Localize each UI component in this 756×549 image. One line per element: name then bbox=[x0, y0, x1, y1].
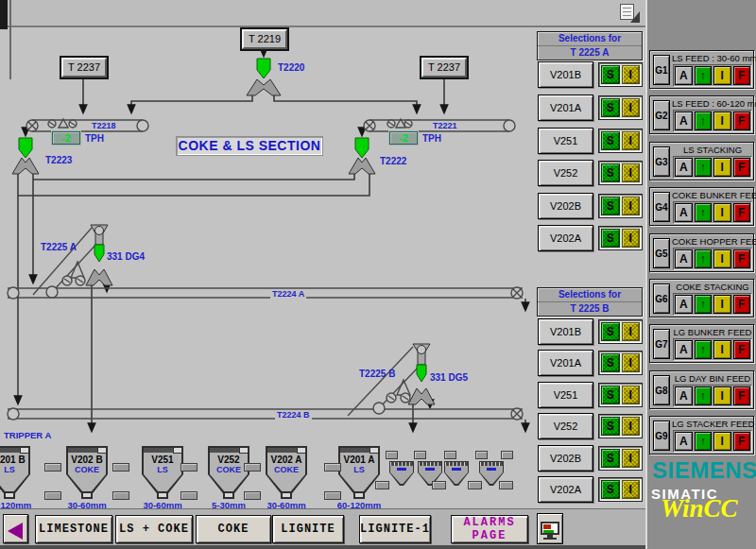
interlock-button[interactable]: I bbox=[622, 229, 641, 248]
start-arrow-button[interactable]: ↑ bbox=[695, 112, 713, 130]
interlock-button[interactable]: I bbox=[622, 197, 641, 215]
start-arrow-button[interactable]: ↑ bbox=[695, 158, 713, 177]
group-button-g9[interactable]: G9 bbox=[653, 420, 670, 451]
select-b-v201b[interactable]: V201B bbox=[538, 318, 593, 345]
start-button[interactable]: S bbox=[601, 163, 620, 182]
group-button-g4[interactable]: G4 bbox=[653, 192, 670, 222]
interlock-button[interactable]: I bbox=[622, 163, 641, 182]
start-arrow-button[interactable]: ↑ bbox=[695, 203, 713, 222]
auto-button[interactable]: A bbox=[675, 295, 693, 314]
group-buttons: A ↑ I F bbox=[673, 430, 752, 453]
interlock-button[interactable]: I bbox=[622, 131, 641, 150]
fault-button[interactable]: F bbox=[733, 340, 751, 359]
select-a-v201a[interactable]: V201A bbox=[538, 94, 593, 121]
nav-coke[interactable]: COKE bbox=[196, 515, 271, 543]
interlock-button[interactable]: I bbox=[622, 449, 641, 468]
select-a-v252[interactable]: V252 bbox=[538, 160, 593, 186]
select-b-v252[interactable]: V252 bbox=[538, 413, 593, 439]
select-b-v202a[interactable]: V202A bbox=[538, 476, 593, 503]
start-arrow-button[interactable]: ↑ bbox=[695, 386, 713, 405]
start-button[interactable]: S bbox=[601, 65, 620, 84]
auto-button[interactable]: A bbox=[675, 203, 693, 222]
label-331dg5: 331 DG5 bbox=[430, 372, 468, 383]
selections-b-header: Selections forT 2225 B bbox=[537, 287, 643, 317]
auto-button[interactable]: A bbox=[675, 249, 693, 268]
fault-button[interactable]: F bbox=[733, 203, 751, 222]
group-g3: G3 LS STACKING A ↑ I F bbox=[649, 142, 754, 180]
start-arrow-button[interactable]: ↑ bbox=[695, 432, 713, 451]
interlock-button[interactable]: I bbox=[713, 66, 731, 85]
start-button[interactable]: S bbox=[601, 386, 620, 404]
interlock-button[interactable]: I bbox=[713, 158, 731, 177]
fault-button[interactable]: F bbox=[733, 386, 751, 405]
fault-button[interactable]: F bbox=[733, 66, 751, 85]
start-button[interactable]: S bbox=[601, 98, 620, 117]
si-a-v202a: S I bbox=[598, 226, 643, 250]
gate bbox=[468, 481, 482, 489]
start-button[interactable]: S bbox=[601, 322, 620, 341]
start-button[interactable]: S bbox=[601, 229, 620, 248]
start-arrow-button[interactable]: ↑ bbox=[695, 340, 713, 359]
auto-button[interactable]: A bbox=[675, 386, 693, 405]
start-arrow-button[interactable]: ↑ bbox=[695, 295, 713, 314]
fault-button[interactable]: F bbox=[733, 249, 751, 268]
group-control-panel: G1 LS FEED : 30-60 mm A ↑ I F G2 LS FEED… bbox=[645, 0, 756, 549]
group-button-g7[interactable]: G7 bbox=[653, 329, 670, 359]
start-arrow-button[interactable]: ↑ bbox=[695, 66, 713, 85]
interlock-button[interactable]: I bbox=[622, 480, 641, 499]
start-button[interactable]: S bbox=[601, 197, 620, 215]
interlock-button[interactable]: I bbox=[622, 65, 641, 84]
auto-button[interactable]: A bbox=[675, 340, 693, 359]
select-a-v201b[interactable]: V201B bbox=[538, 61, 593, 88]
select-b-v202b[interactable]: V202B bbox=[538, 445, 593, 472]
group-button-g8[interactable]: G8 bbox=[653, 375, 670, 405]
select-a-v251[interactable]: V251 bbox=[538, 128, 593, 154]
auto-button[interactable]: A bbox=[675, 66, 693, 85]
back-arrow-icon bbox=[8, 523, 23, 540]
interlock-button[interactable]: I bbox=[713, 112, 731, 130]
group-button-g1[interactable]: G1 bbox=[653, 55, 670, 85]
select-a-v202b[interactable]: V202B bbox=[538, 193, 593, 219]
back-button[interactable] bbox=[3, 514, 28, 543]
start-button[interactable]: S bbox=[601, 417, 620, 436]
nav-lignite-1[interactable]: LIGNITE-1 bbox=[359, 515, 431, 543]
interlock-button[interactable]: I bbox=[622, 353, 641, 372]
monitor-button[interactable] bbox=[537, 513, 563, 544]
group-g9: G9 LG STACKER FEED A ↑ I F bbox=[649, 416, 754, 455]
nav-limestone[interactable]: LIMESTONE bbox=[35, 515, 112, 543]
auto-button[interactable]: A bbox=[675, 432, 693, 451]
nav-ls-coke[interactable]: LS + COKE bbox=[115, 515, 193, 543]
interlock-button[interactable]: I bbox=[622, 386, 641, 404]
nav-lignite[interactable]: LIGNITE bbox=[272, 515, 344, 543]
select-b-v251[interactable]: V251 bbox=[538, 382, 593, 408]
start-arrow-button[interactable]: ↑ bbox=[695, 249, 713, 268]
fault-button[interactable]: F bbox=[733, 112, 751, 130]
interlock-button[interactable]: I bbox=[713, 249, 731, 268]
group-button-g6[interactable]: G6 bbox=[653, 283, 670, 314]
interlock-button[interactable]: I bbox=[622, 322, 641, 341]
start-button[interactable]: S bbox=[601, 480, 620, 499]
interlock-button[interactable]: I bbox=[622, 417, 641, 436]
auto-button[interactable]: A bbox=[675, 158, 693, 177]
interlock-button[interactable]: I bbox=[713, 340, 731, 359]
interlock-button[interactable]: I bbox=[713, 203, 731, 222]
interlock-button[interactable]: I bbox=[713, 386, 731, 405]
select-a-v202a[interactable]: V202A bbox=[538, 225, 593, 251]
interlock-button[interactable]: I bbox=[713, 295, 731, 314]
fault-button[interactable]: F bbox=[733, 158, 751, 177]
start-button[interactable]: S bbox=[601, 353, 620, 372]
start-button[interactable]: S bbox=[601, 131, 620, 150]
interlock-button[interactable]: I bbox=[622, 98, 641, 117]
group-button-g2[interactable]: G2 bbox=[653, 100, 670, 130]
group-button-g5[interactable]: G5 bbox=[653, 238, 670, 268]
select-b-v201a[interactable]: V201A bbox=[538, 350, 593, 376]
interlock-button[interactable]: I bbox=[713, 432, 731, 451]
fault-button[interactable]: F bbox=[733, 295, 751, 314]
auto-button[interactable]: A bbox=[675, 112, 693, 130]
fault-button[interactable]: F bbox=[733, 432, 751, 451]
group-button-g3[interactable]: G3 bbox=[653, 146, 670, 177]
si-b-v251: S I bbox=[598, 383, 643, 407]
nav-alarms-page[interactable]: ALARMS PAGE bbox=[451, 515, 528, 543]
start-button[interactable]: S bbox=[601, 449, 620, 468]
si-a-v201a: S I bbox=[598, 95, 643, 120]
